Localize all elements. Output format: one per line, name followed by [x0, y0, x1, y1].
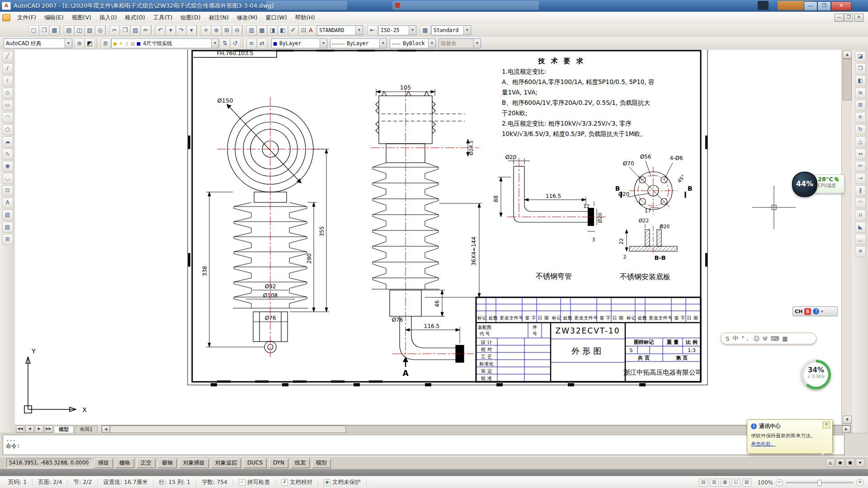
match-properties-icon[interactable]: ✏ [141, 25, 151, 36]
language-indicator[interactable]: CH [795, 309, 802, 314]
plot-preview-icon[interactable]: ◫ [74, 25, 85, 36]
maximize-button[interactable]: ❐ [817, 1, 831, 11]
linetype-combo[interactable]: ——— ByLayer ▾ [330, 38, 387, 48]
chevron-down-icon[interactable]: ▾ [65, 39, 72, 48]
document-status-item[interactable]: 设置值: 16.7厘米 [98, 479, 154, 486]
status-toggle-button[interactable]: DUCS [243, 459, 267, 468]
layer-previous-icon[interactable]: ↺ [230, 38, 241, 49]
menu-tools[interactable]: 工具(T) [149, 13, 176, 23]
background-chip-dark[interactable] [758, 1, 769, 10]
chevron-down-icon[interactable]: ▾ [463, 26, 471, 35]
language-bar[interactable]: CH S ? ▾ [793, 306, 838, 316]
redo-icon[interactable]: ↷ [176, 25, 186, 36]
status-toggle-button[interactable]: 捕捉 [94, 459, 113, 468]
insert-block-icon[interactable]: ⊡ [2, 185, 13, 196]
layer-unlock-icon[interactable]: ▯ [124, 41, 129, 46]
line-icon[interactable]: ╱ [2, 51, 13, 62]
command-input[interactable]: ... 命令: [3, 435, 844, 455]
menu-dimension[interactable]: 标注(N) [205, 13, 233, 23]
layer-translate-icon[interactable]: ⇄ [257, 38, 267, 49]
offset-icon[interactable]: ≡ [855, 88, 866, 99]
lock-icon[interactable]: ▣ [846, 459, 854, 467]
document-status-item[interactable]: 节: 2/2 [68, 479, 98, 486]
circle-icon[interactable]: ○ [2, 124, 13, 135]
sogou-tray-icon[interactable]: S [804, 308, 811, 315]
popup-link[interactable]: 单击此处。 [751, 441, 829, 447]
chevron-down-icon[interactable]: ▾ [428, 39, 435, 48]
color-combo[interactable]: ■ ByLayer ▾ [271, 38, 327, 48]
punctuation-icon[interactable]: °， [741, 334, 750, 343]
title-bar[interactable]: A AutoCAD 2007 - [E:\2020年度文件\单相电子式组合\ZW… [0, 0, 868, 12]
help-tray-icon[interactable]: ? [813, 308, 819, 314]
chevron-down-icon[interactable]: ▾ [379, 39, 387, 48]
scroll-up-icon[interactable]: ▲ [843, 51, 852, 59]
mdi-restore-button[interactable]: ❐ [844, 14, 853, 22]
workspace-lock-icon[interactable]: ◩ [85, 38, 95, 49]
status-toggle-button[interactable]: 线宽 [291, 459, 310, 468]
document-status-item[interactable]: ✗文档校对 [276, 479, 318, 486]
sogou-input-bar[interactable]: S中°，☺Ψ⌨▦ [721, 333, 816, 344]
close-button[interactable]: ✕ [831, 1, 852, 11]
mdi-minimize-button[interactable]: — [835, 14, 844, 22]
spline-icon[interactable]: ∿ [2, 149, 13, 160]
plot-icon[interactable]: ▤ [64, 25, 74, 36]
background-window-2[interactable] [392, 1, 539, 10]
menu-help[interactable]: 帮助(H) [291, 13, 319, 23]
toolbox-icon[interactable]: ▦ [782, 335, 788, 342]
sheetset-icon[interactable]: ◧ [278, 25, 288, 36]
status-toggle-button[interactable]: DYN [269, 459, 288, 468]
document-status-item[interactable]: 字数: 754 [196, 479, 233, 486]
rotate-icon[interactable]: ↻ [855, 124, 866, 135]
menu-file[interactable]: 文件(F) [13, 13, 40, 23]
chevron-down-icon[interactable]: ▾ [821, 309, 823, 314]
status-toggle-button[interactable]: 栅格 [115, 459, 134, 468]
tool-palettes-icon[interactable]: ◨ [267, 25, 278, 36]
ellipse-arc-icon[interactable]: ◡ [2, 173, 13, 184]
read-mode-icon[interactable]: ▧ [742, 479, 751, 487]
arc-icon[interactable]: ◠ [2, 112, 13, 123]
status-toggle-button[interactable]: 极轴 [158, 459, 177, 468]
chinese-mode-icon[interactable]: 中 [732, 334, 738, 343]
construction-line-icon[interactable]: ∕ [2, 63, 13, 74]
tab-layout1[interactable]: 布局1 [75, 426, 98, 433]
vertical-scrollbar[interactable]: ▲ ▼ [841, 50, 852, 425]
copy-object-icon[interactable]: ❐ [855, 63, 866, 74]
comm-center-icon[interactable]: ◉ [836, 459, 844, 467]
status-toggle-button[interactable]: 对象捕捉 [179, 459, 209, 468]
menu-modify[interactable]: 修改(M) [233, 13, 262, 23]
chevron-down-icon[interactable]: ▾ [409, 26, 416, 35]
layer-combo[interactable]: ● ☀ ▯ ▤ ■ 4尺寸细实线 ▾ [111, 38, 219, 48]
sogou-logo-icon[interactable]: S [726, 335, 729, 342]
move-icon[interactable]: ✛ [855, 112, 866, 123]
annotation-icon[interactable]: ◬ [826, 459, 835, 467]
array-icon[interactable]: ⊞ [855, 100, 866, 111]
zoom-out-button[interactable]: − [776, 479, 783, 486]
designcenter-icon[interactable]: ▩ [257, 25, 267, 36]
table-style-combo[interactable]: Standard ▾ [431, 25, 471, 35]
fillet-icon[interactable]: ◡ [855, 234, 866, 245]
scroll-down-icon[interactable]: ▼ [843, 416, 852, 424]
save-icon[interactable]: ▦ [49, 25, 60, 36]
zoom-realtime-icon[interactable]: ⊕ [211, 25, 222, 36]
horizontal-scrollbar[interactable]: ◀ ▶ [101, 425, 851, 433]
dim-style-combo[interactable]: ISO-25 ▾ [378, 25, 416, 35]
mdi-close-button[interactable]: ✕ [854, 14, 863, 22]
copy-icon[interactable]: ❐ [120, 25, 130, 36]
network-speed-widget[interactable]: 34% ↓ 0.1K/s [801, 360, 831, 389]
chevron-down-icon[interactable]: ▾ [320, 39, 327, 48]
stretch-icon[interactable]: ↔ [855, 149, 866, 160]
document-status-item[interactable]: ✓拼写检查 [233, 479, 276, 486]
document-icon[interactable] [2, 14, 10, 21]
menu-window[interactable]: 窗口(W) [261, 13, 291, 23]
layer-manager-icon[interactable]: ≣ [100, 38, 111, 49]
scale-icon[interactable]: △ [855, 136, 866, 147]
rectangle-icon[interactable]: ▭ [2, 100, 13, 111]
undo-icon[interactable]: ↶ [155, 25, 165, 36]
workspace-settings-icon[interactable]: ⊛ [74, 38, 85, 49]
ellipse-icon[interactable]: ◉ [2, 161, 13, 172]
layer-plot-icon[interactable]: ▤ [130, 41, 135, 46]
break-point-icon[interactable]: ◠ [855, 197, 866, 208]
status-toggle-button[interactable]: 正交 [137, 459, 156, 468]
tab-prev-icon[interactable]: ◀ [25, 426, 34, 433]
menu-insert[interactable]: 插入(I) [95, 13, 121, 23]
